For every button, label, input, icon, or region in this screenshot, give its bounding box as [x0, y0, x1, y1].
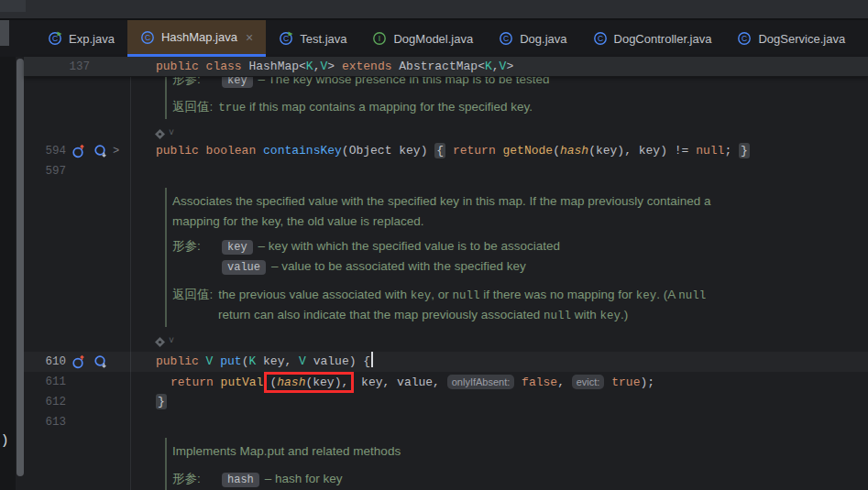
- doc-put-return-2: return can also indicate that the map pr…: [218, 305, 628, 325]
- doc-putval-summary: Implements Map.put and related methods: [172, 441, 401, 462]
- tab-label: DogService.java: [758, 32, 845, 46]
- line-number: 597: [26, 161, 66, 181]
- line-number: 613: [26, 412, 66, 432]
- sticky-class-declaration: public class HashMap<K,V> extends Abstra…: [156, 57, 513, 76]
- tool-stripe-top: [0, 20, 9, 46]
- line-number-current: 610: [26, 352, 66, 372]
- tab-label: Exp.java: [69, 32, 115, 46]
- ide-window: C Exp.java C HashMap.java × C Test.java: [0, 0, 868, 490]
- java-class-icon: C: [48, 31, 62, 46]
- java-class-icon: C: [593, 31, 608, 46]
- sticky-header-line[interactable]: 137 public class HashMap<K,V> extends Ab…: [24, 57, 868, 77]
- tab-label: Dog.java: [520, 32, 566, 46]
- doc-put-param-key: 形参:key– key with which the specified val…: [172, 236, 560, 256]
- doc-return-containskey: 返回值:true if this map contains a mapping …: [172, 97, 533, 117]
- tab-label: DogModel.java: [393, 32, 473, 46]
- code-line-putval[interactable]: return putVal(hash(key), key, value, onl…: [170, 372, 654, 392]
- chevron-down-icon: ˅: [169, 129, 174, 138]
- fold-chevron-icon[interactable]: >: [113, 141, 119, 161]
- tab-hashmap-java[interactable]: C HashMap.java ×: [127, 20, 266, 57]
- doc-put-description-2: mapping for the key, the old value is re…: [172, 212, 423, 232]
- stripe-overflow-text: ): [1, 433, 8, 448]
- java-class-icon: C: [279, 31, 293, 46]
- tab-label: HashMap.java: [161, 30, 237, 44]
- line-number: 594: [26, 141, 66, 161]
- svg-text:I: I: [379, 34, 380, 43]
- svg-text:C: C: [503, 34, 509, 43]
- svg-text:C: C: [597, 34, 602, 43]
- editor-tab-bar: C Exp.java C HashMap.java × C Test.java: [0, 18, 868, 57]
- method-overridden-icon[interactable]: [93, 354, 108, 369]
- tab-label: DogController.java: [614, 32, 712, 46]
- tab-dogservice-java[interactable]: C DogService.java: [724, 20, 858, 57]
- svg-text:C: C: [52, 34, 58, 43]
- java-class-icon: C: [140, 30, 155, 45]
- doc-putval-param-hash: 形参:hash– hash for key: [172, 469, 343, 489]
- chevron-down-icon: ˅: [169, 337, 174, 346]
- line-number: 611: [26, 372, 66, 392]
- left-scrollbar[interactable]: [16, 59, 24, 476]
- method-overridden-icon[interactable]: [93, 144, 108, 158]
- tab-dogcontroller-java[interactable]: C DogController.java: [580, 20, 725, 57]
- close-tab-icon[interactable]: ×: [246, 30, 253, 45]
- annotation-red-box: (hash(key),: [264, 372, 354, 393]
- doc-render-toggle[interactable]: ˅: [154, 126, 174, 141]
- text-caret: [371, 352, 373, 367]
- doc-put-description-1: Associates the specified value with the …: [172, 191, 711, 212]
- tab-label: Test.java: [300, 32, 346, 46]
- doc-comment-guide: [165, 438, 167, 490]
- overrides-method-icon[interactable]: [71, 144, 86, 158]
- code-editor[interactable]: ) 形参:key– The key whose presence in this…: [0, 57, 868, 490]
- doc-render-toggle[interactable]: ˅: [154, 334, 174, 349]
- java-class-icon: C: [499, 31, 513, 46]
- doc-comment-guide: [165, 188, 167, 327]
- doc-put-param-value: value– value to be associated with the s…: [172, 256, 526, 277]
- svg-text:C: C: [145, 33, 150, 42]
- overrides-method-icon[interactable]: [71, 354, 86, 369]
- java-class-icon: C: [737, 31, 752, 46]
- left-tool-stripe: ): [0, 57, 16, 490]
- tab-dogmodel-java[interactable]: I DogModel.java: [359, 20, 486, 57]
- svg-text:C: C: [283, 34, 289, 43]
- title-bar: [0, 0, 868, 18]
- title-bar-corner: [0, 0, 26, 12]
- sticky-line-number: 137: [49, 57, 90, 77]
- code-line-put-signature[interactable]: public V put(K key, V value) {: [156, 352, 373, 372]
- code-line-close-brace[interactable]: }: [156, 392, 167, 412]
- java-interface-icon: I: [372, 31, 387, 46]
- code-line-containskey[interactable]: public boolean containsKey(Object key) {…: [156, 141, 750, 161]
- tab-exp-java[interactable]: C Exp.java: [35, 20, 127, 57]
- pen-nib-icon: [154, 336, 166, 348]
- line-number: 612: [26, 392, 66, 412]
- tab-test-java[interactable]: C Test.java: [266, 20, 359, 57]
- tab-dog-java[interactable]: C Dog.java: [486, 20, 579, 57]
- svg-text:C: C: [742, 34, 747, 43]
- current-line-highlight: [24, 352, 868, 372]
- gutter-separator: [130, 57, 131, 490]
- doc-put-return-1: 返回值:the previous value associated with k…: [172, 285, 706, 305]
- pen-nib-icon: [154, 128, 166, 140]
